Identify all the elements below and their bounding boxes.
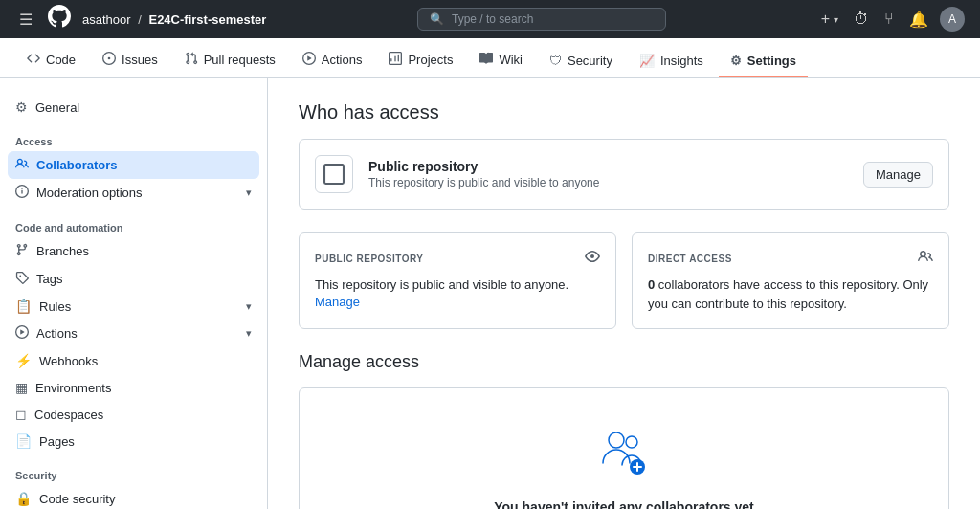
sidebar-item-collaborators[interactable]: Collaborators <box>8 151 259 179</box>
sidebar-label-general: General <box>35 100 79 115</box>
webhooks-icon: ⚡ <box>15 353 32 368</box>
sidebar-label-codespaces: Codespaces <box>34 408 103 422</box>
sidebar-item-tags[interactable]: Tags <box>0 265 267 293</box>
direct-access-stat-box: DIRECT ACCESS 0 collaborators have acces… <box>632 232 949 329</box>
sidebar-item-pages[interactable]: 📄 Pages <box>0 428 267 454</box>
timer-button[interactable]: ⏱ <box>850 7 873 32</box>
wiki-tab-icon <box>479 52 493 68</box>
path-separator: / <box>138 12 142 27</box>
github-logo <box>48 5 71 33</box>
sidebar-label-tags: Tags <box>36 272 62 286</box>
tab-pull-requests-label: Pull requests <box>204 53 276 67</box>
manage-button[interactable]: Manage <box>863 162 933 188</box>
sidebar-item-environments[interactable]: ▦ Environments <box>0 374 267 401</box>
moderation-inner: Moderation options <box>15 185 246 201</box>
sidebar-section-security: Security <box>0 454 267 485</box>
create-new-button[interactable]: + ▾ <box>817 7 842 32</box>
tab-code-label: Code <box>46 53 76 67</box>
nav-center: 🔍 Type / to search <box>278 8 805 31</box>
tab-actions[interactable]: Actions <box>291 44 374 77</box>
stat-box-header-public: PUBLIC REPOSITORY <box>315 249 600 268</box>
sidebar-item-codespaces[interactable]: ◻ Codespaces <box>0 401 267 428</box>
search-icon: 🔍 <box>430 12 444 26</box>
notifications-button[interactable]: 🔔 <box>905 7 932 33</box>
pages-icon: 📄 <box>15 433 32 449</box>
sidebar-item-moderation[interactable]: Moderation options ▾ <box>0 179 267 207</box>
public-repo-manage-link[interactable]: Manage <box>315 295 360 309</box>
issues-tab-icon <box>102 52 116 68</box>
empty-state: You haven't invited any collaborators ye… <box>471 388 776 509</box>
direct-access-text: 0 collaborators have access to this repo… <box>648 276 933 313</box>
projects-tab-icon <box>389 52 402 68</box>
access-info: Public repository This repository is pub… <box>368 159 848 189</box>
sidebar-label-environments: Environments <box>35 381 111 395</box>
general-icon: ⚙ <box>15 100 28 115</box>
tab-security-label: Security <box>568 54 612 68</box>
people-icon <box>918 249 933 268</box>
empty-collaborators-icon <box>595 427 653 484</box>
branches-icon <box>15 243 29 259</box>
settings-content: Who has access Public repository This re… <box>268 78 980 509</box>
public-repo-label: PUBLIC REPOSITORY <box>315 254 424 264</box>
tab-wiki[interactable]: Wiki <box>468 44 534 77</box>
actions-tab-icon <box>302 52 316 68</box>
repo-path: asathoor / E24C-first-semester <box>82 12 266 27</box>
access-card: Public repository This repository is pub… <box>299 139 949 210</box>
nav-right: + ▾ ⏱ ⑂ 🔔 A <box>817 7 965 33</box>
tab-settings[interactable]: ⚙ Settings <box>719 46 808 77</box>
nav-left: ☰ asathoor / E24C-first-semester <box>15 5 266 33</box>
code-security-icon: 🔒 <box>15 491 32 506</box>
tab-settings-label: Settings <box>747 54 796 68</box>
hamburger-menu[interactable]: ☰ <box>15 7 36 33</box>
sidebar-item-branches[interactable]: Branches <box>0 237 267 265</box>
direct-access-label: DIRECT ACCESS <box>648 254 732 264</box>
stat-box-header-direct: DIRECT ACCESS <box>648 249 933 268</box>
avatar[interactable]: A <box>940 7 965 32</box>
security-tab-icon: 🛡 <box>549 54 562 68</box>
code-tab-icon <box>27 52 40 68</box>
sidebar-label-pages: Pages <box>39 434 75 449</box>
sidebar-label-webhooks: Webhooks <box>39 354 98 368</box>
tab-code[interactable]: Code <box>15 44 87 77</box>
collaborator-count: 0 <box>648 277 655 292</box>
page-title: Who has access <box>299 101 949 123</box>
tab-issues-label: Issues <box>122 53 158 67</box>
actions-sidebar-icon <box>15 325 29 342</box>
tab-projects[interactable]: Projects <box>377 44 464 77</box>
eye-icon <box>585 249 600 268</box>
actions-chevron-icon: ▾ <box>246 327 252 340</box>
pull-requests-icon-button[interactable]: ⑂ <box>880 7 898 32</box>
tags-icon <box>15 271 29 287</box>
manage-access-title: Manage access <box>299 352 949 372</box>
access-title: Public repository <box>368 159 848 174</box>
tab-issues[interactable]: Issues <box>91 44 169 77</box>
tab-pull-requests[interactable]: Pull requests <box>173 44 287 77</box>
sidebar-item-actions[interactable]: Actions ▾ <box>0 320 267 347</box>
rules-chevron-icon: ▾ <box>246 300 252 313</box>
actions-inner: Actions <box>15 325 246 342</box>
sidebar-section-access: Access <box>0 121 267 151</box>
sidebar-label-branches: Branches <box>36 244 89 258</box>
tab-insights[interactable]: 📈 Insights <box>628 46 715 77</box>
repo-tabs: Code Issues Pull requests Actions Projec… <box>0 38 980 78</box>
sidebar-item-rules[interactable]: 📋 Rules ▾ <box>0 293 267 320</box>
environments-icon: ▦ <box>15 380 28 395</box>
moderation-chevron-icon: ▾ <box>246 187 252 199</box>
repo-name: E24C-first-semester <box>148 12 266 27</box>
tab-security[interactable]: 🛡 Security <box>538 46 624 77</box>
sidebar-item-code-security[interactable]: 🔒 Code security <box>0 485 267 509</box>
plus-icon: + <box>821 11 830 28</box>
svg-point-1 <box>626 436 637 448</box>
svg-point-0 <box>609 432 624 448</box>
sidebar-label-collaborators: Collaborators <box>36 158 118 172</box>
username-link[interactable]: asathoor <box>82 12 131 27</box>
tab-projects-label: Projects <box>408 53 453 67</box>
sidebar-item-webhooks[interactable]: ⚡ Webhooks <box>0 347 267 374</box>
empty-state-text: You haven't invited any collaborators ye… <box>494 499 753 509</box>
tab-actions-label: Actions <box>322 53 363 67</box>
sidebar-item-general[interactable]: ⚙ General <box>0 94 267 121</box>
sidebar-label-moderation: Moderation options <box>36 186 143 200</box>
settings-tab-icon: ⚙ <box>730 54 742 68</box>
search-bar[interactable]: 🔍 Type / to search <box>417 8 666 31</box>
rules-icon: 📋 <box>15 299 32 314</box>
